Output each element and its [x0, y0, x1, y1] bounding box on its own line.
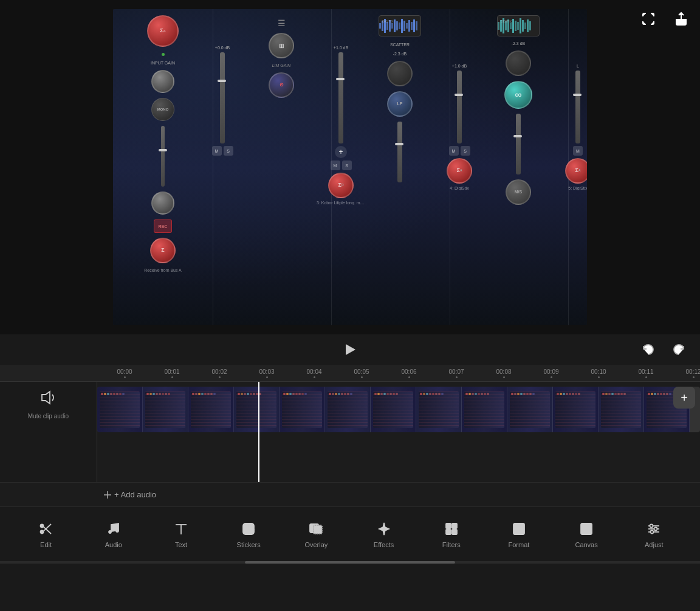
svg-rect-14 [413, 19, 415, 32]
mixer-visual: Σ A INPUT GAIN MONO REC Σ [113, 9, 587, 325]
timeline-track-area[interactable]: + [97, 382, 700, 482]
add-audio-button[interactable]: + Add audio [103, 490, 156, 499]
toolbar-item-format[interactable]: Format [498, 520, 540, 548]
fader-col-1: +0.0 dB M S [213, 9, 232, 325]
filter-knob-hi [387, 61, 413, 86]
ruler-dot-0 [124, 376, 126, 378]
ruler-tick-3: 00:03 [243, 368, 290, 378]
m-btn-2[interactable]: M [331, 161, 340, 170]
edit-label: Edit [40, 541, 52, 548]
svg-rect-10 [403, 21, 405, 31]
svg-rect-15 [416, 21, 417, 30]
ruler-tick-2: 00:02 [196, 368, 243, 378]
adjust-label: Adjust [645, 541, 664, 548]
svg-rect-50 [446, 530, 451, 534]
effects-label: Effects [374, 541, 394, 548]
filter-icon [443, 520, 460, 537]
svg-rect-51 [452, 530, 457, 534]
ruler-dot-9 [551, 376, 552, 378]
share-button[interactable] [670, 7, 693, 30]
filter-knob-4 [506, 50, 531, 76]
scatter-label: SCATTER [390, 43, 410, 47]
svg-text:DIGITIX: DIGITIX [382, 19, 394, 23]
ruler-dot-5 [361, 376, 363, 378]
ruler-dot-2 [219, 376, 221, 378]
channel-4-name: 5: DigiStix [568, 186, 587, 190]
ruler-time-7: 00:07 [448, 368, 464, 375]
ruler-time-8: 00:08 [496, 368, 511, 375]
mono-knob: MONO [151, 98, 174, 121]
svg-rect-23 [512, 19, 514, 33]
toolbar-item-canvas[interactable]: Canvas [565, 520, 608, 548]
mixer-channel-3: DIGITIX SCATTER -2.3 dB LP [350, 9, 450, 325]
fader-handle [159, 149, 167, 151]
film-frame-5 [280, 387, 325, 432]
ruler-dot-10 [598, 376, 600, 378]
scroll-indicator [0, 561, 700, 564]
stickers-label: Stickers [237, 541, 261, 548]
fader-handle-1 [218, 80, 226, 82]
rec-button[interactable]: REC [154, 219, 172, 233]
svg-rect-8 [399, 22, 400, 29]
waveform-display-1: DIGITIX [379, 15, 421, 36]
toolbar-item-audio[interactable]: Audio [92, 520, 135, 548]
channel-4-fader [516, 114, 521, 174]
svg-point-41 [109, 531, 111, 533]
format-icon [510, 520, 527, 537]
timeline-ruler: 00:00 00:01 00:02 00:03 00:04 00:05 00:0… [0, 365, 700, 382]
svg-text:DIGITIX: DIGITIX [501, 19, 512, 23]
fader-handle-4 [573, 94, 582, 96]
bottom-toolbar: Edit Audio Text [0, 506, 700, 561]
timeline-left-panel: Mute clip audio [0, 382, 97, 482]
db-label-4: -2.3 dB [512, 41, 526, 46]
toolbar-item-edit[interactable]: Edit [25, 520, 67, 548]
mixer-channel-4: DIGITIX -2.3 dB ∞ M/S [468, 9, 569, 325]
ruler-time-1: 00:01 [164, 368, 179, 375]
eq-btn: ⊞ [269, 33, 294, 58]
redo-button[interactable] [667, 338, 690, 361]
filters-label: Filters [442, 541, 461, 548]
ruler-dot-11 [645, 376, 647, 378]
m-btn-3[interactable]: M [449, 146, 459, 156]
film-frame-11 [553, 387, 599, 432]
svg-rect-22 [510, 22, 512, 29]
mixer-channel-1: Σ A INPUT GAIN MONO REC Σ [113, 9, 213, 325]
toolbar-item-filters[interactable]: Filters [430, 520, 473, 548]
svg-rect-48 [446, 523, 451, 528]
ruler-dot-7 [456, 376, 458, 378]
video-container: Σ A INPUT GAIN MONO REC Σ [0, 0, 700, 334]
film-frame-1 [97, 387, 143, 432]
fullscreen-button[interactable] [637, 7, 660, 30]
mute-clip-button[interactable]: Mute clip audio [28, 389, 69, 420]
toolbar-item-text[interactable]: Text [160, 520, 202, 548]
add-button[interactable]: + [335, 146, 347, 158]
channel-1-name: Receive from Bus A [144, 268, 181, 272]
ruler-time-6: 00:06 [401, 368, 416, 375]
svg-rect-47 [314, 525, 322, 534]
ruler-tick-7: 00:07 [433, 368, 480, 378]
mute-icon [39, 389, 57, 410]
toolbar-item-effects[interactable]: Effects [363, 520, 405, 548]
video-track[interactable] [97, 387, 700, 432]
m-btn-4[interactable]: M [573, 146, 583, 156]
add-clip-button[interactable]: + [673, 387, 695, 409]
canvas-icon [578, 520, 595, 537]
channel-label: INPUT GAIN [151, 61, 175, 65]
play-button[interactable] [340, 340, 360, 359]
svg-rect-24 [515, 21, 516, 31]
film-frame-12 [599, 387, 644, 432]
led-green [162, 53, 165, 56]
svg-rect-29 [527, 19, 529, 32]
canvas-label: Canvas [575, 541, 597, 548]
svg-rect-17 [498, 22, 499, 30]
fader-col-2: +1.0 dB + M S Σ R 3: Kobor Litiple long_… [332, 9, 350, 325]
m-btn[interactable]: M [212, 146, 222, 156]
toolbar-item-overlay[interactable]: Overlay [295, 520, 337, 548]
sticker-icon [240, 520, 257, 537]
toolbar-item-adjust[interactable]: Adjust [633, 520, 675, 548]
text-label: Text [175, 541, 187, 548]
ruler-tick-8: 00:08 [480, 368, 527, 378]
undo-button[interactable] [637, 338, 660, 361]
ruler-time-10: 00:10 [591, 368, 606, 375]
toolbar-item-stickers[interactable]: Stickers [227, 520, 270, 548]
